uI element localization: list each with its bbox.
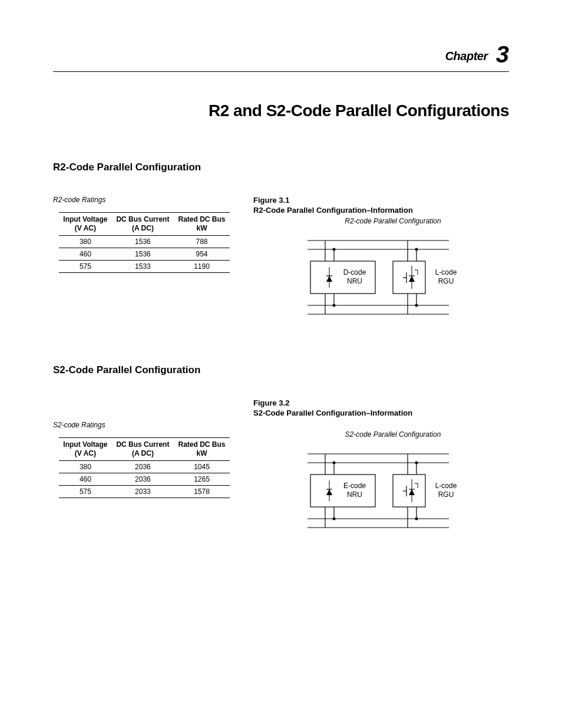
s2-diagram-icon: E-code NRU L-code RGU — [284, 442, 478, 542]
figure-subtitle: S2-code Parallel Configuration — [253, 430, 509, 439]
svg-point-45 — [333, 518, 336, 521]
section-heading-s2: S2-Code Parallel Configuration — [53, 364, 509, 376]
section-heading-r2: R2-Code Parallel Configuration — [53, 162, 509, 173]
figure-3-1: Figure 3.1 R2-Code Parallel Configuratio… — [253, 196, 509, 329]
svg-point-13 — [333, 304, 336, 307]
table-row: 38020361045 — [59, 461, 230, 473]
svg-rect-16 — [310, 261, 375, 294]
figure-title: R2-Code Parallel Configuration–Informati… — [253, 206, 509, 215]
figure-number: Figure 3.1 — [253, 196, 509, 205]
col-header: Input Voltage(V AC) — [59, 213, 112, 236]
chapter-header: Chapter3 — [53, 41, 509, 72]
col-header: DC Bus Current(A DC) — [112, 213, 174, 236]
svg-point-44 — [333, 462, 336, 465]
chapter-number: 3 — [496, 41, 509, 67]
page-title: R2 and S2-Code Parallel Configurations — [53, 101, 509, 120]
svg-text:D-code: D-code — [343, 268, 366, 276]
svg-marker-24 — [409, 276, 415, 282]
s2-ratings-label: S2-code Ratings — [53, 421, 230, 429]
svg-text:RGU: RGU — [438, 490, 454, 499]
svg-text:L-code: L-code — [435, 482, 457, 490]
table-row: 3801536788 — [59, 236, 230, 248]
svg-text:NRU: NRU — [347, 490, 362, 499]
col-header: DC Bus Current(A DC) — [112, 438, 174, 461]
table-row: 46020361265 — [59, 473, 230, 486]
col-header: Rated DC BuskW — [174, 438, 230, 461]
s2-row: S2-code Ratings Input Voltage(V AC) DC B… — [53, 398, 509, 542]
svg-point-14 — [415, 248, 418, 251]
table-row: 57520331578 — [59, 486, 230, 498]
col-header: Input Voltage(V AC) — [59, 438, 112, 461]
svg-rect-48 — [310, 475, 375, 507]
r2-diagram-icon: D-code NRU L-code RGU — [284, 229, 478, 329]
figure-title: S2-Code Parallel Configuration–Informati… — [253, 409, 509, 417]
figure-subtitle: R2-code Parallel Configuration — [253, 217, 509, 225]
s2-ratings-table: Input Voltage(V AC) DC Bus Current(A DC)… — [59, 437, 230, 498]
table-row: 57515331190 — [59, 261, 230, 273]
svg-text:RGU: RGU — [438, 277, 454, 285]
svg-rect-54 — [393, 475, 425, 507]
svg-point-12 — [333, 248, 336, 251]
svg-marker-18 — [326, 276, 332, 282]
col-header: Rated DC BuskW — [174, 213, 230, 236]
svg-marker-50 — [326, 489, 332, 495]
svg-text:L-code: L-code — [435, 268, 457, 276]
r2-ratings-label: R2-code Ratings — [53, 196, 230, 204]
svg-marker-56 — [409, 489, 415, 495]
svg-rect-22 — [393, 261, 425, 294]
figure-number: Figure 3.2 — [253, 398, 509, 407]
figure-3-2: Figure 3.2 S2-Code Parallel Configuratio… — [253, 398, 509, 542]
svg-point-46 — [415, 462, 418, 465]
svg-point-47 — [415, 518, 418, 521]
r2-row: R2-code Ratings Input Voltage(V AC) DC B… — [53, 196, 509, 329]
svg-text:E-code: E-code — [343, 482, 366, 490]
svg-point-15 — [415, 304, 418, 307]
svg-text:NRU: NRU — [347, 277, 362, 285]
chapter-label: Chapter — [445, 50, 488, 62]
r2-ratings-table: Input Voltage(V AC) DC Bus Current(A DC)… — [59, 212, 230, 273]
table-row: 4601536954 — [59, 248, 230, 261]
